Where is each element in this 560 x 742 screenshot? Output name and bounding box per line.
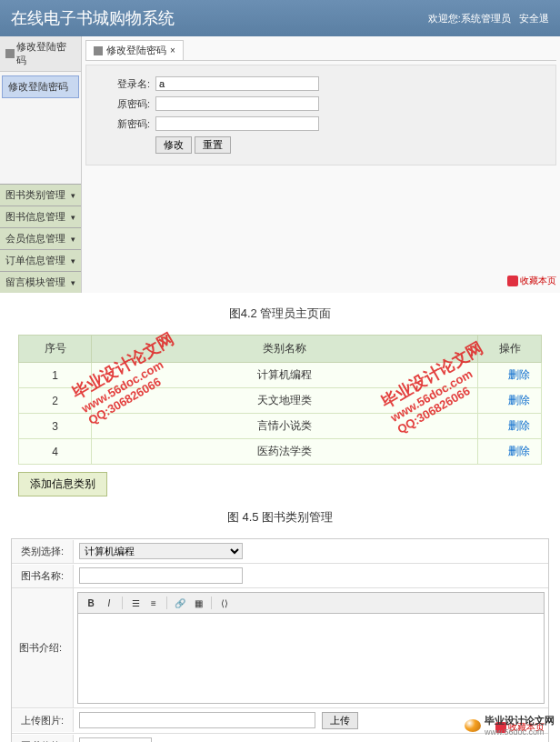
italic-icon[interactable]: I xyxy=(102,596,116,610)
tab-change-password[interactable]: 修改登陆密码 × xyxy=(85,40,184,60)
price-label: 图书价格: xyxy=(12,735,74,743)
sidebar-item-message[interactable]: 留言模块管理▾ xyxy=(0,271,81,293)
close-icon[interactable]: × xyxy=(170,45,175,55)
sidebar-item-order[interactable]: 订单信息管理▾ xyxy=(0,249,81,271)
delete-link[interactable]: 删除 xyxy=(478,363,542,388)
sidebar-item-book[interactable]: 图书信息管理▾ xyxy=(0,206,81,227)
app-title: 在线电子书城购物系统 xyxy=(11,7,175,29)
chevron-down-icon: ▾ xyxy=(71,278,75,287)
source-icon[interactable]: ⟨⟩ xyxy=(217,596,232,610)
editor-toolbar: B I ☰ ≡ 🔗 ▦ ⟨⟩ xyxy=(77,592,545,613)
admin-main-page: 在线电子书城购物系统 欢迎您:系统管理员 安全退 修改登陆密码 修改登陆密码 图… xyxy=(0,0,560,293)
bold-icon[interactable]: B xyxy=(84,596,98,610)
ball-icon xyxy=(465,719,481,732)
tab-bar: 修改登陆密码 × xyxy=(85,40,556,61)
modify-button[interactable]: 修改 xyxy=(155,136,192,154)
bookname-input[interactable] xyxy=(79,567,243,584)
sidebar: 修改登陆密码 修改登陆密码 图书类别管理▾ 图书信息管理▾ 会员信息管理▾ 订单… xyxy=(0,36,82,293)
col-action: 操作 xyxy=(478,336,542,363)
link-icon[interactable]: 🔗 xyxy=(173,596,187,610)
sidebar-item-category[interactable]: 图书类别管理▾ xyxy=(0,184,81,206)
chevron-down-icon: ▾ xyxy=(71,191,75,200)
content-area: 修改登陆密码 × 登录名: 原密码: 新密码: 修改 xyxy=(82,36,560,293)
username-label: 登录名: xyxy=(105,77,150,91)
upload-path-input[interactable] xyxy=(79,712,315,728)
sidebar-active-item[interactable]: 修改登陆密码 xyxy=(2,75,79,98)
sidebar-header[interactable]: 修改登陆密码 xyxy=(0,36,81,72)
table-row: 1计算机编程删除 xyxy=(19,363,542,388)
password-form: 登录名: 原密码: 新密码: 修改 重置 xyxy=(85,65,556,165)
reset-button[interactable]: 重置 xyxy=(195,136,231,154)
category-management: 序号 类别名称 操作 1计算机编程删除 2天文地理类删除 3言情小说类删除 4医… xyxy=(18,335,542,496)
image-icon[interactable]: ▦ xyxy=(191,596,205,610)
logout-link[interactable]: 安全退 xyxy=(519,13,549,24)
footer-logo: 毕业设计论文网 www.56doc.com xyxy=(465,714,555,737)
chevron-down-icon: ▾ xyxy=(71,213,75,222)
upload-label: 上传图片: xyxy=(12,709,74,732)
chevron-down-icon: ▾ xyxy=(71,235,75,244)
delete-link[interactable]: 删除 xyxy=(478,439,542,465)
sidebar-item-member[interactable]: 会员信息管理▾ xyxy=(0,227,81,249)
username-input[interactable] xyxy=(155,76,319,91)
category-label: 类别选择: xyxy=(12,540,74,563)
header-right: 欢迎您:系统管理员 安全退 xyxy=(428,12,549,25)
list-icon[interactable]: ☰ xyxy=(128,596,143,610)
table-row: 4医药法学类删除 xyxy=(19,439,542,465)
intro-label: 图书介绍: xyxy=(12,588,74,707)
rich-editor: B I ☰ ≡ 🔗 ▦ ⟨⟩ xyxy=(74,588,548,707)
bookname-label: 图书名称: xyxy=(12,565,74,587)
header: 在线电子书城购物系统 欢迎您:系统管理员 安全退 xyxy=(0,0,560,36)
caption-1: 图4.2 管理员主页面 xyxy=(0,306,560,322)
table-row: 2天文地理类删除 xyxy=(19,388,542,414)
square-icon xyxy=(5,49,15,58)
caption-2: 图 4.5 图书类别管理 xyxy=(0,509,560,526)
col-name: 类别名称 xyxy=(92,336,478,363)
welcome-text: 欢迎您:系统管理员 xyxy=(428,13,511,24)
editor-content[interactable] xyxy=(77,613,545,704)
add-category-button[interactable]: 添加信息类别 xyxy=(18,472,107,496)
newpwd-input[interactable] xyxy=(155,116,319,131)
tab-icon xyxy=(94,46,103,55)
category-table: 序号 类别名称 操作 1计算机编程删除 2天文地理类删除 3言情小说类删除 4医… xyxy=(18,335,542,465)
oldpwd-label: 原密码: xyxy=(105,97,150,111)
numlist-icon[interactable]: ≡ xyxy=(146,596,161,610)
category-select[interactable]: 计算机编程 xyxy=(79,543,243,559)
price-input[interactable] xyxy=(79,737,152,742)
col-no: 序号 xyxy=(19,336,92,363)
chevron-down-icon: ▾ xyxy=(71,256,75,266)
table-row: 3言情小说类删除 xyxy=(19,414,542,439)
upload-button[interactable]: 上传 xyxy=(322,712,358,729)
delete-link[interactable]: 删除 xyxy=(478,388,542,414)
newpwd-label: 新密码: xyxy=(105,117,150,131)
oldpwd-input[interactable] xyxy=(155,96,319,111)
favorite-badge[interactable]: 收藏本页 xyxy=(507,275,556,287)
heart-icon xyxy=(507,276,518,286)
delete-link[interactable]: 删除 xyxy=(478,414,542,439)
book-entry-form: 类别选择: 计算机编程 图书名称: 图书介绍: B I ☰ ≡ 🔗 ▦ ⟨⟩ 上… xyxy=(11,538,549,742)
